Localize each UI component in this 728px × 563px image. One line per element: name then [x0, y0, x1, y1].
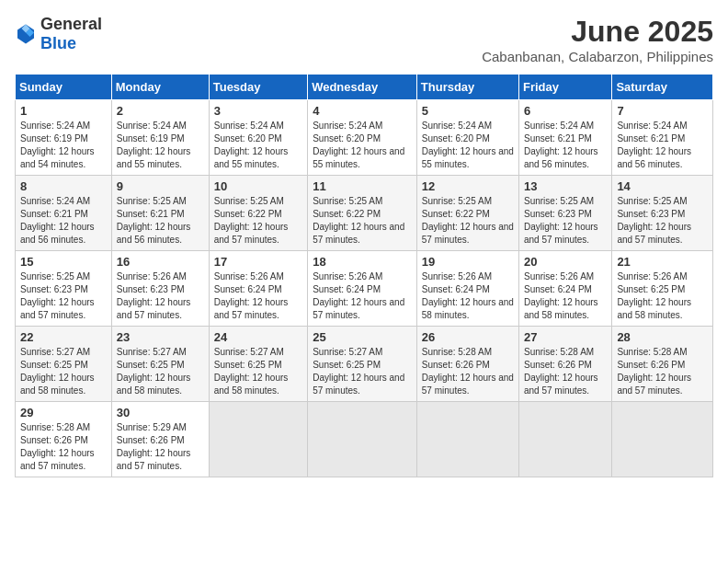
header-monday: Monday	[111, 75, 209, 100]
calendar-week-row: 22 Sunrise: 5:27 AMSunset: 6:25 PMDaylig…	[16, 327, 713, 402]
calendar-day-cell: 25 Sunrise: 5:27 AMSunset: 6:25 PMDaylig…	[308, 327, 417, 402]
day-info: Sunrise: 5:28 AMSunset: 6:26 PMDaylight:…	[617, 346, 708, 397]
calendar-day-cell: 24 Sunrise: 5:27 AMSunset: 6:25 PMDaylig…	[209, 327, 307, 402]
day-info: Sunrise: 5:27 AMSunset: 6:25 PMDaylight:…	[313, 346, 412, 397]
day-info: Sunrise: 5:26 AMSunset: 6:25 PMDaylight:…	[617, 270, 708, 322]
day-info: Sunrise: 5:25 AMSunset: 6:22 PMDaylight:…	[313, 195, 412, 247]
day-number: 26	[422, 330, 514, 344]
day-info: Sunrise: 5:24 AMSunset: 6:21 PMDaylight:…	[617, 120, 708, 171]
calendar-day-cell: 8 Sunrise: 5:24 AMSunset: 6:21 PMDayligh…	[16, 176, 112, 251]
calendar-day-cell: 4 Sunrise: 5:24 AMSunset: 6:20 PMDayligh…	[308, 100, 417, 176]
calendar-day-cell: 6 Sunrise: 5:24 AMSunset: 6:21 PMDayligh…	[518, 100, 611, 176]
calendar-week-row: 1 Sunrise: 5:24 AMSunset: 6:19 PMDayligh…	[16, 100, 713, 176]
day-info: Sunrise: 5:27 AMSunset: 6:25 PMDaylight:…	[20, 346, 107, 397]
day-info: Sunrise: 5:26 AMSunset: 6:24 PMDaylight:…	[313, 270, 412, 322]
calendar-day-cell: 23 Sunrise: 5:27 AMSunset: 6:25 PMDaylig…	[111, 327, 209, 402]
title-area: June 2025 Cabanbanan, Calabarzon, Philip…	[482, 15, 713, 64]
day-number: 11	[313, 179, 412, 193]
calendar-day-cell: 10 Sunrise: 5:25 AMSunset: 6:22 PMDaylig…	[209, 176, 307, 251]
calendar-day-cell: 19 Sunrise: 5:26 AMSunset: 6:24 PMDaylig…	[416, 251, 518, 327]
day-info: Sunrise: 5:29 AMSunset: 6:26 PMDaylight:…	[117, 421, 204, 473]
calendar-day-cell: 17 Sunrise: 5:26 AMSunset: 6:24 PMDaylig…	[209, 251, 307, 327]
calendar-day-cell	[209, 402, 307, 477]
logo-text: General Blue	[40, 15, 102, 53]
day-number: 13	[524, 179, 607, 193]
calendar-day-cell: 7 Sunrise: 5:24 AMSunset: 6:21 PMDayligh…	[612, 100, 713, 176]
day-info: Sunrise: 5:24 AMSunset: 6:20 PMDaylight:…	[422, 120, 514, 171]
header-tuesday: Tuesday	[209, 75, 307, 100]
day-info: Sunrise: 5:25 AMSunset: 6:23 PMDaylight:…	[524, 195, 607, 247]
day-number: 23	[117, 330, 204, 344]
day-number: 16	[117, 255, 204, 269]
calendar-day-cell	[416, 402, 518, 477]
calendar-day-cell: 2 Sunrise: 5:24 AMSunset: 6:19 PMDayligh…	[111, 100, 209, 176]
day-number: 18	[313, 255, 412, 269]
day-info: Sunrise: 5:24 AMSunset: 6:19 PMDaylight:…	[117, 120, 204, 171]
calendar-week-row: 29 Sunrise: 5:28 AMSunset: 6:26 PMDaylig…	[16, 402, 713, 477]
day-number: 8	[20, 179, 107, 193]
calendar-day-cell: 14 Sunrise: 5:25 AMSunset: 6:23 PMDaylig…	[612, 176, 713, 251]
day-info: Sunrise: 5:27 AMSunset: 6:25 PMDaylight:…	[117, 346, 204, 397]
day-number: 12	[422, 179, 514, 193]
subtitle: Cabanbanan, Calabarzon, Philippines	[482, 49, 713, 64]
logo-general: General	[40, 15, 102, 33]
day-number: 1	[20, 104, 107, 118]
day-number: 25	[313, 330, 412, 344]
calendar-day-cell: 21 Sunrise: 5:26 AMSunset: 6:25 PMDaylig…	[612, 251, 713, 327]
day-number: 3	[214, 104, 302, 118]
calendar-day-cell: 3 Sunrise: 5:24 AMSunset: 6:20 PMDayligh…	[209, 100, 307, 176]
day-number: 29	[20, 406, 107, 419]
calendar-table: Sunday Monday Tuesday Wednesday Thursday…	[15, 74, 713, 477]
calendar-day-cell: 1 Sunrise: 5:24 AMSunset: 6:19 PMDayligh…	[16, 100, 112, 176]
day-info: Sunrise: 5:26 AMSunset: 6:24 PMDaylight:…	[214, 270, 302, 322]
calendar-day-cell: 20 Sunrise: 5:26 AMSunset: 6:24 PMDaylig…	[518, 251, 611, 327]
calendar-day-cell: 22 Sunrise: 5:27 AMSunset: 6:25 PMDaylig…	[16, 327, 112, 402]
day-number: 21	[617, 255, 708, 269]
day-info: Sunrise: 5:24 AMSunset: 6:20 PMDaylight:…	[313, 120, 412, 171]
header-wednesday: Wednesday	[308, 75, 417, 100]
day-info: Sunrise: 5:28 AMSunset: 6:26 PMDaylight:…	[422, 346, 514, 397]
day-info: Sunrise: 5:26 AMSunset: 6:23 PMDaylight:…	[117, 270, 204, 322]
logo-icon	[15, 23, 37, 45]
day-number: 14	[617, 179, 708, 193]
day-number: 7	[617, 104, 708, 118]
calendar-day-cell: 29 Sunrise: 5:28 AMSunset: 6:26 PMDaylig…	[16, 402, 112, 477]
day-number: 17	[214, 255, 302, 269]
day-info: Sunrise: 5:25 AMSunset: 6:22 PMDaylight:…	[422, 195, 514, 247]
day-info: Sunrise: 5:25 AMSunset: 6:23 PMDaylight:…	[20, 270, 107, 322]
day-info: Sunrise: 5:25 AMSunset: 6:22 PMDaylight:…	[214, 195, 302, 247]
header-saturday: Saturday	[612, 75, 713, 100]
day-info: Sunrise: 5:24 AMSunset: 6:21 PMDaylight:…	[20, 195, 107, 247]
calendar-day-cell: 5 Sunrise: 5:24 AMSunset: 6:20 PMDayligh…	[416, 100, 518, 176]
calendar-day-cell	[308, 402, 417, 477]
header: General Blue June 2025 Cabanbanan, Calab…	[15, 15, 713, 64]
day-number: 27	[524, 330, 607, 344]
day-number: 20	[524, 255, 607, 269]
day-number: 4	[313, 104, 412, 118]
day-number: 19	[422, 255, 514, 269]
header-friday: Friday	[518, 75, 611, 100]
logo: General Blue	[15, 15, 102, 53]
calendar-week-row: 8 Sunrise: 5:24 AMSunset: 6:21 PMDayligh…	[16, 176, 713, 251]
day-info: Sunrise: 5:28 AMSunset: 6:26 PMDaylight:…	[20, 421, 107, 473]
calendar-day-cell	[518, 402, 611, 477]
day-number: 9	[117, 179, 204, 193]
day-number: 6	[524, 104, 607, 118]
calendar-day-cell: 11 Sunrise: 5:25 AMSunset: 6:22 PMDaylig…	[308, 176, 417, 251]
calendar-day-cell: 12 Sunrise: 5:25 AMSunset: 6:22 PMDaylig…	[416, 176, 518, 251]
day-number: 2	[117, 104, 204, 118]
calendar-week-row: 15 Sunrise: 5:25 AMSunset: 6:23 PMDaylig…	[16, 251, 713, 327]
day-number: 5	[422, 104, 514, 118]
calendar-day-cell: 27 Sunrise: 5:28 AMSunset: 6:26 PMDaylig…	[518, 327, 611, 402]
day-number: 28	[617, 330, 708, 344]
day-number: 30	[117, 406, 204, 419]
calendar-day-cell: 16 Sunrise: 5:26 AMSunset: 6:23 PMDaylig…	[111, 251, 209, 327]
header-thursday: Thursday	[416, 75, 518, 100]
day-number: 22	[20, 330, 107, 344]
logo-blue: Blue	[40, 34, 76, 52]
calendar-day-cell: 13 Sunrise: 5:25 AMSunset: 6:23 PMDaylig…	[518, 176, 611, 251]
calendar-day-cell: 30 Sunrise: 5:29 AMSunset: 6:26 PMDaylig…	[111, 402, 209, 477]
calendar-header-row: Sunday Monday Tuesday Wednesday Thursday…	[16, 75, 713, 100]
calendar-day-cell: 28 Sunrise: 5:28 AMSunset: 6:26 PMDaylig…	[612, 327, 713, 402]
calendar-day-cell: 9 Sunrise: 5:25 AMSunset: 6:21 PMDayligh…	[111, 176, 209, 251]
